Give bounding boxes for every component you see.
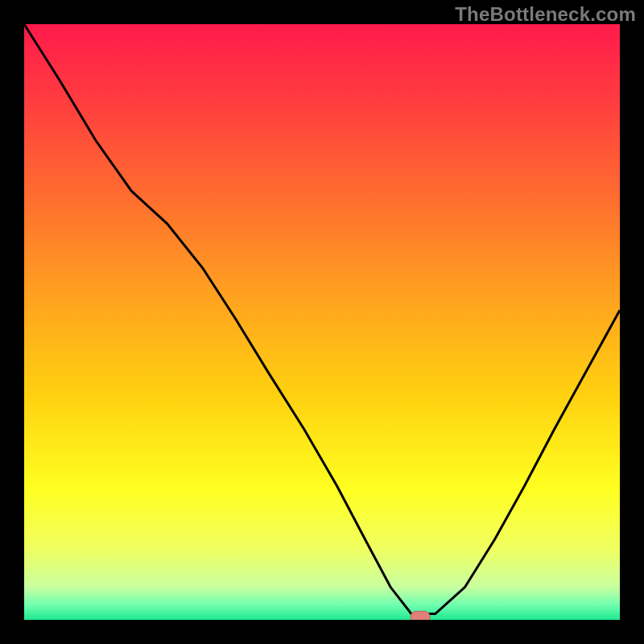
frame-bottom — [0, 620, 644, 644]
frame-right — [620, 0, 644, 644]
frame-left — [0, 0, 24, 644]
bottleneck-chart — [0, 0, 644, 644]
watermark-text: TheBottleneck.com — [455, 3, 636, 26]
plot-area — [24, 24, 620, 620]
